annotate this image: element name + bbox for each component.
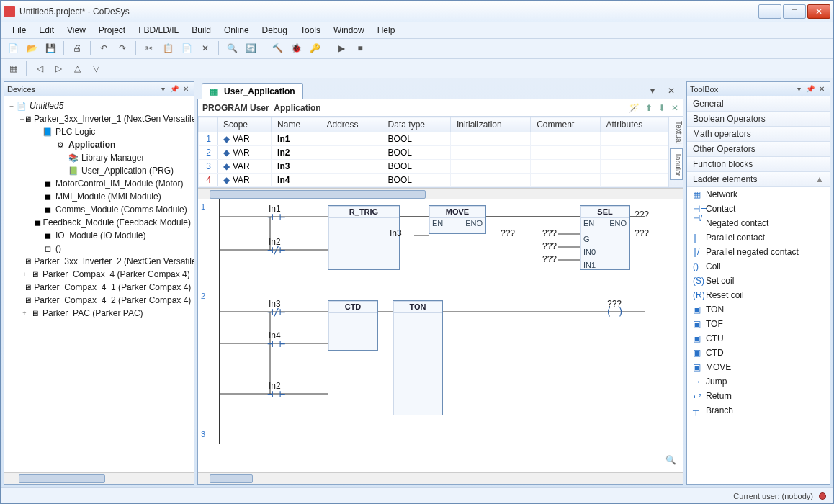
menu-view[interactable]: View [61, 24, 91, 37]
toolbox-item[interactable]: ()Coil [687, 259, 830, 274]
step-left-icon[interactable]: ◁ [32, 60, 48, 76]
login-icon[interactable]: 🔑 [307, 40, 323, 56]
tree-item[interactable]: 📗User_Application (PRG) [4, 164, 194, 177]
paste-icon[interactable]: 📄 [179, 40, 194, 56]
block-ctd[interactable]: CTD [328, 300, 378, 351]
ladder-editor[interactable]: 1 2 3 [198, 199, 683, 472]
variable-row[interactable]: 4◆VARIn4BOOL [199, 174, 668, 187]
toolbox-item[interactable]: →Jump [687, 374, 830, 389]
tree-item[interactable]: +🖥Parker_Compax_4 (Parker Compax 4) [4, 268, 194, 281]
tree-item[interactable]: ◼IO_Module (IO Module) [4, 229, 194, 242]
down-arrow-icon[interactable]: ⬇ [658, 103, 665, 113]
menu-edit[interactable]: Edit [33, 24, 60, 37]
pin-icon[interactable]: 📌 [169, 84, 179, 94]
menu-online[interactable]: Online [218, 24, 255, 37]
tab-dropdown-icon[interactable]: ▾ [645, 83, 660, 99]
toolbox-item[interactable]: ▦Network [687, 187, 830, 202]
contact-in2-nc[interactable]: ⊣/⊢ [267, 244, 285, 256]
print-icon[interactable]: 🖨 [69, 40, 85, 56]
toolbox-section[interactable]: Boolean Operators [687, 112, 830, 127]
variable-row[interactable]: 3◆VARIn3BOOL [199, 160, 668, 174]
toolbox-close-icon[interactable]: ✕ [817, 84, 827, 94]
toolbox-section[interactable]: Other Operators [687, 142, 830, 157]
save-icon[interactable]: 💾 [42, 40, 58, 56]
tree-item[interactable]: –⚙Application [4, 138, 194, 151]
zoom-icon[interactable]: 🔍 [663, 452, 678, 468]
tree-item[interactable]: –📄Untitled5 [4, 99, 194, 112]
toolbox-item[interactable]: (R)Reset coil [687, 288, 830, 302]
toolbox-item[interactable]: ⮐Return [687, 389, 830, 403]
toolbox-item[interactable]: ▣TOF [687, 317, 830, 331]
toolbox-item[interactable]: ‖/Parallel negated contact [687, 245, 830, 259]
contact-in4[interactable]: ⊣ ⊢ [267, 338, 285, 349]
contact-in3-nc[interactable]: ⊣/⊢ [267, 306, 285, 318]
menu-debug[interactable]: Debug [256, 24, 293, 37]
toolbox-item[interactable]: ┬Branch [687, 403, 830, 418]
close-button[interactable]: ✕ [807, 4, 830, 19]
toolbox-item[interactable]: ▣CTD [687, 346, 830, 360]
var-scrollbar[interactable] [198, 188, 683, 199]
debug-icon[interactable]: 🐞 [288, 40, 304, 56]
contact-in2b[interactable]: ⊣ ⊢ [267, 388, 285, 400]
contact-in1[interactable]: ⊣ ⊢ [267, 211, 285, 222]
minimize-button[interactable]: – [758, 4, 781, 19]
tree-item[interactable]: ◼MotorControl_IM_Module (Motor) [4, 177, 194, 190]
tree-item[interactable]: ◼Feedback_Module (Feedback Module) [4, 216, 194, 229]
block-ton[interactable]: TON [393, 300, 443, 415]
step-right-icon[interactable]: ▷ [50, 60, 66, 76]
tab-close-icon[interactable]: ✕ [663, 83, 679, 99]
menu-build[interactable]: Build [186, 24, 217, 37]
play-icon[interactable]: ▶ [333, 40, 349, 56]
tab-user-application[interactable]: ▦ User_Application [202, 83, 303, 99]
toolbox-section[interactable]: General [687, 96, 830, 112]
wand-icon[interactable]: 🪄 [629, 103, 640, 113]
tree-item[interactable]: –📘PLC Logic [4, 125, 194, 138]
toolbox-item[interactable]: ⊣/⊢Negated contact [687, 216, 830, 230]
header-close-icon[interactable]: ✕ [671, 103, 678, 113]
block-move[interactable]: MOVE EN ENO [429, 205, 486, 234]
tree-item[interactable]: ◻ () [4, 242, 194, 255]
toolbox-item[interactable]: ‖Parallel contact [687, 230, 830, 245]
open-folder-icon[interactable]: 📂 [24, 40, 40, 56]
up-arrow-icon[interactable]: ⬆ [645, 103, 653, 113]
toolbox-list[interactable]: ▦Network⊣⊢Contact⊣/⊢Negated contact‖Para… [687, 187, 830, 484]
tree-item[interactable]: +🖥Parker_3xx_Inverter_2 (NextGen Versati… [4, 255, 194, 268]
redo-icon[interactable]: ↷ [115, 40, 130, 56]
tree-item[interactable]: +🖥Parker_Compax_4_2 (Parker Compax 4) [4, 294, 194, 307]
toolbox-section[interactable]: Ladder elements▲ [687, 172, 830, 187]
toolbox-section[interactable]: Math operators [687, 127, 830, 142]
side-tab-textual[interactable]: Textual [670, 117, 683, 148]
block-rtrig[interactable]: R_TRIG [328, 205, 400, 270]
block-sel[interactable]: SEL EN ENO G IN0 IN1 [580, 205, 630, 270]
tree-item[interactable]: –🖥Parker_3xx_Inverter_1 (NextGen Versati… [4, 112, 194, 125]
menu-fbdldil[interactable]: FBD/LD/IL [133, 24, 184, 37]
stop-icon[interactable]: ■ [352, 40, 368, 56]
menu-file[interactable]: File [6, 24, 32, 37]
tree-item[interactable]: 📚Library Manager [4, 151, 194, 164]
tree-item[interactable]: +🖥Parker_PAC (Parker PAC) [4, 307, 194, 320]
toolbox-pin-icon[interactable]: 📌 [805, 84, 815, 94]
new-file-icon[interactable]: 📄 [5, 40, 21, 56]
toolbox-item[interactable]: ▣CTU [687, 331, 830, 346]
variable-table[interactable]: ScopeNameAddressData typeInitializationC… [198, 117, 668, 187]
variable-row[interactable]: 2◆VARIn2BOOL [199, 146, 668, 160]
ladder-view-icon[interactable]: ▦ [5, 60, 21, 76]
delete-icon[interactable]: ✕ [197, 40, 213, 56]
menu-project[interactable]: Project [93, 24, 131, 37]
ladder-scrollbar[interactable] [198, 472, 683, 484]
coil-out[interactable]: ( ) [606, 306, 624, 318]
side-tab-tabular[interactable]: Tabular [670, 148, 683, 180]
tree-item[interactable]: ◼Comms_Module (Comms Module) [4, 203, 194, 216]
nav-down-icon[interactable]: ▽ [88, 60, 104, 76]
find-icon[interactable]: 🔍 [224, 40, 240, 56]
build-icon[interactable]: 🔨 [269, 40, 285, 56]
toolbox-item[interactable]: (S)Set coil [687, 274, 830, 288]
replace-icon[interactable]: 🔄 [243, 40, 259, 56]
panel-close-icon[interactable]: ✕ [181, 84, 191, 94]
toolbox-item[interactable]: ▣TON [687, 302, 830, 317]
toolbox-section[interactable]: Function blocks [687, 157, 830, 172]
toolbox-item[interactable]: ⊣⊢Contact [687, 202, 830, 216]
menu-window[interactable]: Window [328, 24, 370, 37]
panel-dropdown-icon[interactable]: ▾ [158, 84, 168, 94]
tree-item[interactable]: ◼MMI_Module (MMI Module) [4, 190, 194, 203]
